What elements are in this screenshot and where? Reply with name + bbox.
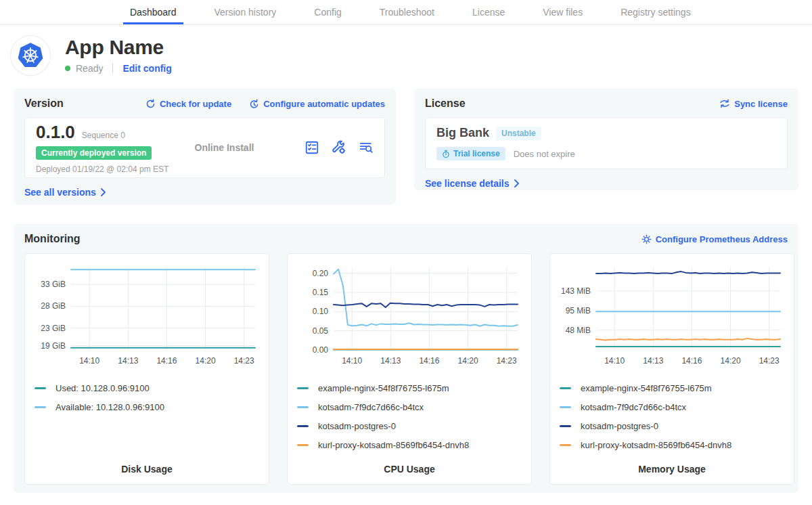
svg-text:0.15: 0.15 (313, 288, 329, 297)
chevron-right-icon (100, 188, 106, 196)
legend-swatch (560, 387, 571, 389)
svg-text:14:13: 14:13 (643, 356, 663, 366)
see-license-details-link[interactable]: See license details (425, 178, 520, 189)
preflight-checklist-icon[interactable] (304, 140, 319, 155)
svg-text:0.00: 0.00 (313, 345, 329, 355)
legend-label: Available: 10.128.0.96:9100 (55, 402, 164, 412)
chart-plot-cpu-usage: 14:1014:1314:1614:2014:230.200.150.100.0… (297, 261, 522, 373)
version-number: 0.1.0 (36, 122, 75, 143)
dashboard-main: Version Check for update (0, 89, 812, 493)
tab-version-history[interactable]: Version history (208, 0, 284, 24)
tab-troubleshoot[interactable]: Troubleshoot (373, 0, 441, 24)
legend-item: example-nginx-54f8f76755-l675m (560, 378, 784, 397)
legend-item: kotsadm-postgres-0 (297, 416, 522, 435)
svg-text:33 GiB: 33 GiB (41, 280, 66, 289)
svg-text:14:16: 14:16 (419, 356, 439, 366)
svg-text:14:20: 14:20 (721, 356, 741, 366)
svg-text:14:10: 14:10 (79, 356, 99, 366)
svg-text:14:16: 14:16 (681, 356, 702, 366)
svg-text:95 MiB: 95 MiB (566, 306, 591, 315)
legend-label: kotsadm-postgres-0 (318, 421, 396, 431)
chart-card-disk-usage: 14:1014:1314:1614:2014:2333 GiB28 GiB23 … (24, 253, 269, 485)
chart-title-disk-usage: Disk Usage (35, 464, 259, 476)
chart-legend: Used: 10.128.0.96:9100Available: 10.128.… (35, 378, 259, 416)
refresh-icon (145, 99, 156, 109)
tab-config[interactable]: Config (307, 0, 348, 24)
check-for-update-button[interactable]: Check for update (145, 99, 231, 109)
version-card: Version Check for update (14, 89, 396, 204)
chart-title-cpu-usage: CPU Usage (297, 464, 522, 476)
svg-text:143 MiB: 143 MiB (561, 286, 591, 296)
swap-arrows-icon (719, 99, 730, 108)
see-all-versions-link[interactable]: See all versions (24, 187, 106, 198)
svg-text:14:20: 14:20 (458, 356, 478, 366)
version-title: Version (24, 97, 64, 110)
svg-text:14:20: 14:20 (196, 356, 216, 366)
chart-card-cpu-usage: 14:1014:1314:1614:2014:230.200.150.100.0… (287, 253, 532, 485)
legend-swatch (297, 406, 309, 408)
svg-text:14:10: 14:10 (604, 356, 625, 366)
svg-text:19 GiB: 19 GiB (41, 341, 66, 351)
svg-text:14:16: 14:16 (156, 356, 177, 366)
app-status-row: Ready Edit config (65, 63, 172, 74)
chart-card-memory-usage: 14:1014:1314:1614:2014:23143 MiB95 MiB48… (549, 253, 794, 485)
chart-plot-memory-usage: 14:1014:1314:1614:2014:23143 MiB95 MiB48… (560, 261, 784, 373)
deploy-logs-search-icon[interactable] (359, 140, 374, 155)
legend-item: kotsadm-7f9dc7d66c-b4tcx (560, 397, 784, 416)
legend-label: Used: 10.128.0.96:9100 (55, 383, 150, 393)
nav-tabs: DashboardVersion historyConfigTroublesho… (123, 0, 812, 24)
tab-registry-settings[interactable]: Registry settings (614, 0, 697, 24)
chevron-right-icon (514, 179, 520, 188)
license-info-card: Big Bank Unstable Trial l (425, 117, 788, 169)
legend-item: example-nginx-54f8f76755-l675m (297, 378, 522, 397)
legend-item: kurl-proxy-kotsadm-8569fb6454-dnvh8 (297, 435, 522, 454)
deployed-badge: Currently deployed version (36, 146, 152, 160)
configure-automatic-updates-button[interactable]: Configure automatic updates (249, 99, 385, 109)
tab-dashboard[interactable]: Dashboard (123, 0, 183, 24)
monitoring-title: Monitoring (24, 233, 81, 245)
legend-label: kurl-proxy-kotsadm-8569fb6454-dnvh8 (581, 440, 731, 450)
svg-text:48 MiB: 48 MiB (566, 326, 591, 335)
trial-license-badge: Trial license (436, 147, 505, 160)
legend-item: Used: 10.128.0.96:9100 (35, 378, 259, 397)
chart-legend: example-nginx-54f8f76755-l675mkotsadm-7f… (560, 378, 784, 454)
chart-title-memory-usage: Memory Usage (560, 464, 784, 476)
legend-label: kurl-proxy-kotsadm-8569fb6454-dnvh8 (318, 440, 469, 450)
deployed-timestamp: Deployed 01/19/22 @ 02:04 pm EST (36, 164, 195, 174)
legend-swatch (297, 425, 309, 427)
config-wrench-icon[interactable] (332, 140, 346, 155)
legend-label: kotsadm-7f9dc7d66c-b4tcx (581, 402, 686, 412)
license-expiry: Does not expire (514, 149, 575, 159)
app-status: Ready (76, 63, 103, 74)
version-sequence: Sequence 0 (82, 131, 125, 140)
install-type-label: Online Install (195, 142, 304, 153)
tab-license[interactable]: License (466, 0, 512, 24)
edit-config-link[interactable]: Edit config (122, 63, 171, 74)
legend-item: kotsadm-postgres-0 (560, 416, 784, 435)
legend-label: kotsadm-postgres-0 (581, 421, 658, 431)
kubernetes-logo-icon (11, 36, 50, 75)
stopwatch-icon (442, 150, 450, 158)
cards-row: Version Check for update (14, 89, 798, 204)
license-title: License (425, 97, 466, 110)
license-customer-name: Big Bank (436, 126, 489, 140)
legend-swatch (297, 444, 309, 446)
configure-prometheus-button[interactable]: Configure Prometheus Address (641, 234, 788, 244)
chart-plot-disk-usage: 14:1014:1314:1614:2014:2333 GiB28 GiB23 … (35, 261, 259, 373)
gear-icon (641, 234, 652, 244)
divider (112, 63, 113, 74)
app-title: App Name (65, 36, 172, 59)
legend-item: Available: 10.128.0.96:9100 (35, 397, 259, 416)
charts-row: 14:1014:1314:1614:2014:2333 GiB28 GiB23 … (24, 253, 788, 485)
current-version-card: 0.1.0 Sequence 0 Currently deployed vers… (24, 117, 385, 178)
license-card: License Sync license Big Bank (414, 89, 798, 190)
tab-view-files[interactable]: View files (536, 0, 589, 24)
svg-text:0.20: 0.20 (313, 269, 329, 278)
sync-license-button[interactable]: Sync license (719, 99, 788, 109)
svg-text:14:10: 14:10 (342, 356, 362, 366)
legend-swatch (35, 406, 46, 408)
legend-swatch (560, 425, 571, 427)
monitoring-section: Monitoring (14, 224, 798, 493)
legend-item: kurl-proxy-kotsadm-8569fb6454-dnvh8 (560, 435, 784, 454)
legend-label: kotsadm-7f9dc7d66c-b4tcx (318, 402, 424, 412)
